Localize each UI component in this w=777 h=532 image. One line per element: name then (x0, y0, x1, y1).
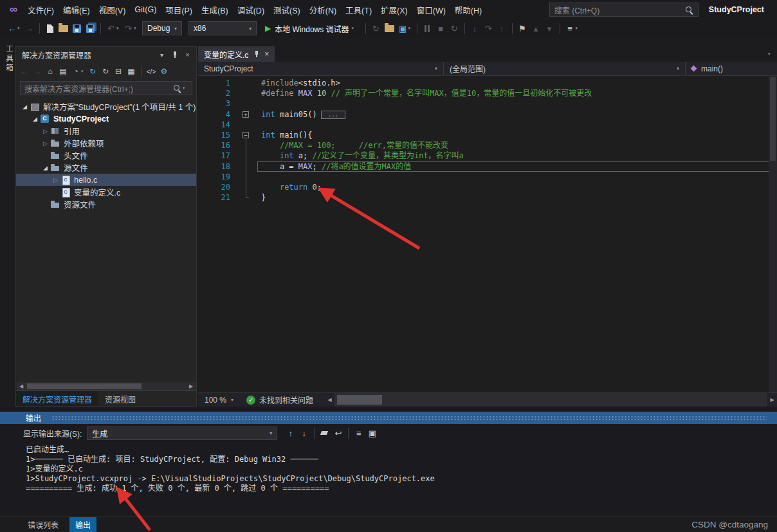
close-icon[interactable]: × (183, 51, 192, 59)
document-well-options-icon[interactable]: ▾ (768, 51, 773, 57)
code-line[interactable]: 19 (198, 172, 777, 182)
scrollbar-track[interactable] (334, 393, 767, 407)
refresh-icon[interactable]: ↻ (99, 64, 112, 78)
solution-search-input[interactable]: 搜索解决方案资源管理器(Ctrl+;) ▾ (20, 81, 192, 95)
scrollbar-thumb[interactable] (337, 395, 382, 405)
output-log[interactable]: 已启动生成…1>────── 已启动生成: 项目: StudyCProject,… (0, 442, 777, 516)
menu-item[interactable]: 生成(B) (197, 1, 233, 19)
scrollbar-track[interactable] (26, 382, 187, 390)
goto-next-message-icon[interactable]: ↓ (297, 425, 311, 441)
save-all-icon[interactable] (84, 21, 97, 36)
scroll-left-icon[interactable]: ◀ (325, 397, 334, 403)
code-line[interactable]: 18 a = MAX; //将a的值设置为MAX的值 (198, 161, 777, 172)
code-health-indicator[interactable]: ✓ 未找到相关问题 (240, 394, 320, 405)
configuration-dropdown[interactable]: Debug ▾ (142, 21, 182, 35)
explorer-bottom-tab[interactable]: 解决方案资源管理器 (16, 391, 98, 406)
panel-tab[interactable]: 输出 (69, 517, 96, 532)
output-titlebar[interactable]: 输出 (0, 412, 777, 424)
properties-icon[interactable]: ⚙ (158, 64, 170, 78)
menu-item[interactable]: 视图(V) (95, 1, 131, 19)
editor-horizontal-scrollbar[interactable]: ◀ ▶ (325, 393, 777, 407)
menu-item[interactable]: 文件(F) (23, 1, 59, 19)
undo-icon[interactable]: ↶ (104, 21, 118, 36)
restart-icon[interactable]: ↻ (448, 21, 461, 36)
tree-expander-icon[interactable]: ▷ (41, 128, 50, 134)
filter-dropdown-icon[interactable]: ▾ (81, 69, 86, 74)
menu-item[interactable]: 窗口(W) (412, 1, 450, 19)
menu-item[interactable]: 帮助(H) (450, 1, 486, 19)
navigate-forward-icon[interactable]: → (23, 21, 36, 36)
tree-item[interactable]: ◢StudyCProject (16, 113, 196, 125)
code-editor[interactable]: 1#include<stdio.h>2#define MAX 10 // 声明了… (198, 76, 777, 392)
navigate-back-icon[interactable]: ← (5, 21, 19, 36)
hot-reload-icon[interactable]: ↻ (369, 21, 383, 36)
float-window-icon[interactable]: ▣ (365, 425, 379, 441)
menu-item[interactable]: 分析(N) (305, 1, 341, 19)
explorer-back-icon[interactable]: ← (18, 64, 31, 78)
step-out-icon[interactable]: ↑ (495, 21, 509, 36)
close-icon[interactable]: × (264, 50, 269, 59)
explorer-bottom-tab[interactable]: 资源视图 (98, 391, 142, 406)
show-all-files-icon[interactable]: ▦ (125, 64, 138, 78)
collapsed-region[interactable]: ... (321, 111, 345, 119)
start-debugging-button[interactable]: ▶ 本地 Windows 调试器 ▾ (260, 21, 362, 36)
scroll-left-icon[interactable]: ◀ (17, 383, 26, 389)
pin-icon[interactable] (253, 50, 260, 59)
outline-expand-icon[interactable]: + (242, 111, 249, 118)
sync-with-active-document-icon[interactable]: ↻ (86, 64, 99, 78)
redo-icon[interactable]: ↷ (122, 21, 135, 36)
tree-expander-icon[interactable]: ◢ (41, 165, 50, 171)
code-line[interactable]: 16 //MAX = 100; //err,常量的值不能改变 (198, 140, 777, 151)
tree-item[interactable]: ▷外部依赖项 (16, 137, 196, 149)
explorer-forward-icon[interactable]: → (31, 64, 44, 78)
tree-expander-icon[interactable]: ▷ (51, 177, 60, 183)
window-position-menu-icon[interactable]: ▾ (157, 51, 167, 59)
code-line[interactable]: 20 return 0; (198, 182, 777, 192)
step-into-icon[interactable]: ↓ (468, 21, 482, 36)
toolbar-options-icon[interactable]: ≡ (563, 21, 577, 36)
step-over-icon[interactable]: ↷ (482, 21, 495, 36)
menu-item[interactable]: 编辑(E) (59, 1, 95, 19)
tree-item[interactable]: 头文件 (16, 149, 196, 161)
scroll-right-icon[interactable]: ▶ (767, 397, 777, 403)
add-new-item-icon[interactable] (383, 21, 396, 36)
toggle-bookmark-icon[interactable]: ⚑ (516, 21, 529, 36)
tree-expander-icon[interactable]: ◢ (20, 104, 30, 110)
pending-changes-filter-icon[interactable]: ◔ (69, 64, 82, 78)
tree-item[interactable]: ▷hello.c (16, 174, 196, 186)
collapse-all-icon[interactable]: ⊟ (112, 64, 125, 78)
open-file-icon[interactable] (57, 21, 70, 36)
tree-expander-icon[interactable]: ◢ (30, 116, 40, 122)
pin-icon[interactable] (171, 51, 178, 59)
tree-expander-icon[interactable]: ▷ (41, 140, 50, 147)
switch-views-icon[interactable]: ▤ (57, 64, 69, 78)
code-line[interactable]: 21} (198, 192, 777, 203)
previous-bookmark-icon[interactable]: ▴ (529, 21, 543, 36)
scrollbar-thumb[interactable] (770, 77, 776, 161)
messages-list-icon[interactable]: ≡ (352, 425, 365, 441)
undo-dropdown-icon[interactable]: ▾ (116, 26, 122, 31)
home-icon[interactable]: ⌂ (44, 64, 57, 78)
code-line[interactable]: 4+int main05()... (198, 109, 777, 120)
nav-scope-dropdown[interactable]: (全局范围) ▾ (444, 62, 686, 75)
nav-project-dropdown[interactable]: StudyCProject ▾ (198, 62, 444, 75)
tree-item[interactable]: ◢解决方案"StudyCProject"(1 个项目/共 1 个) (16, 100, 196, 113)
menu-item[interactable]: 调试(D) (233, 1, 269, 19)
word-wrap-icon[interactable]: ↩ (331, 425, 345, 441)
outline-collapse-icon[interactable]: − (242, 132, 249, 138)
zoom-dropdown[interactable]: 100 % ▾ (198, 396, 240, 405)
code-line[interactable]: 17 int a; //定义了一个变量，其类型为int，名字叫a (198, 151, 777, 161)
scrollbar-thumb[interactable] (27, 383, 142, 389)
solution-explorer-titlebar[interactable]: 解决方案资源管理器 ▾ × (16, 47, 196, 63)
scroll-right-icon[interactable]: ▶ (187, 383, 196, 389)
toolbar-overflow-icon[interactable]: ▾ (576, 26, 581, 31)
next-bookmark-icon[interactable]: ▾ (543, 21, 556, 36)
platform-dropdown[interactable]: x86 ▾ (188, 21, 257, 35)
tree-item[interactable]: 资源文件 (16, 198, 196, 210)
output-source-dropdown[interactable]: 生成 ▾ (87, 427, 277, 440)
toolbox-tab[interactable]: 工具箱 (1, 40, 14, 78)
navigate-back-dropdown-icon[interactable]: ▾ (17, 26, 23, 31)
save-icon[interactable] (70, 21, 84, 36)
stop-debugging-icon[interactable]: ■ (434, 21, 448, 36)
search-options-icon[interactable]: ▾ (183, 86, 188, 91)
